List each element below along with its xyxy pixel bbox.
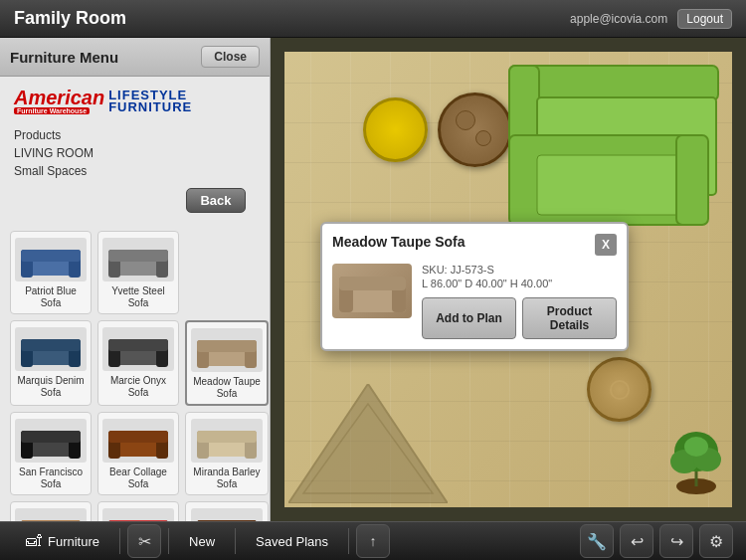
furniture-item-marquis-denim[interactable]: Marquis Denim Sofa [10, 320, 92, 406]
furniture-thumb [15, 238, 87, 281]
brand-logo: American Furniture Warehouse LIFESTYLE F… [0, 77, 270, 120]
sidebar-header: Furniture Menu Close [0, 38, 270, 77]
tools-button[interactable]: ✂ [127, 524, 161, 558]
footer-divider-3 [235, 528, 236, 554]
breadcrumb-small-spaces: Small Spaces [14, 162, 256, 180]
sidebar-title: Furniture Menu [10, 49, 118, 66]
popup-close-button[interactable]: X [595, 234, 617, 256]
svg-rect-19 [197, 340, 257, 352]
redo-button[interactable]: ↪ [659, 524, 693, 558]
undo-icon: ↩ [631, 532, 644, 551]
furniture-label: Furniture [48, 534, 99, 549]
new-button[interactable]: New [173, 529, 231, 554]
breadcrumb-products: Products [14, 126, 256, 144]
furniture-item-yvette-steel[interactable]: Yvette Steel Sofa [97, 231, 179, 314]
product-details-button[interactable]: Product Details [522, 297, 617, 339]
furniture-item-san-francisco[interactable]: San Francisco Sofa [10, 412, 92, 495]
room-canvas[interactable]: Meadow Taupe Sofa X SKU: JJ-573-S L 86.0… [271, 38, 746, 521]
popup-product-image [332, 264, 412, 318]
close-sidebar-button[interactable]: Close [201, 46, 260, 68]
saved-plans-button[interactable]: Saved Plans [240, 529, 344, 554]
svg-rect-31 [197, 431, 257, 443]
svg-rect-35 [21, 520, 81, 521]
furniture-item-marcie-onyx[interactable]: Marcie Onyx Sofa [97, 320, 179, 406]
furniture-item-bear-collage[interactable]: Bear Collage Sofa [97, 412, 179, 495]
furniture-grid: Patriot Blue Sofa Yvette Steel Sofa [0, 227, 270, 521]
wall-bottom [271, 507, 746, 521]
svg-rect-7 [108, 250, 168, 262]
svg-rect-48 [537, 155, 684, 215]
room-green-sofa [499, 56, 728, 235]
popup-content: SKU: JJ-573-S L 86.00" D 40.00" H 40.00"… [332, 264, 617, 339]
furniture-label: Bear Collage Sofa [102, 467, 174, 490]
svg-rect-43 [197, 520, 257, 521]
room-rug [288, 384, 448, 503]
furniture-label: San Francisco Sofa [15, 467, 87, 490]
popup-actions: Add to Plan Product Details [422, 297, 617, 339]
wrench-icon: 🔧 [587, 532, 607, 551]
sofa-icon [193, 330, 261, 370]
svg-rect-44 [509, 66, 718, 100]
settings-button[interactable]: ⚙ [699, 524, 733, 558]
furniture-thumb [191, 419, 263, 463]
tools2-button[interactable]: 🔧 [580, 524, 614, 558]
svg-rect-49 [676, 135, 708, 225]
popup-dimensions: L 86.00" D 40.00" H 40.00" [422, 278, 617, 289]
furniture-item-miranda-barley[interactable]: Miranda Barley Sofa [185, 412, 269, 495]
sofa-icon [193, 510, 261, 521]
tools-icon: ✂ [138, 532, 151, 551]
user-email: apple@icovia.com [570, 12, 667, 26]
add-to-plan-button[interactable]: Add to Plan [422, 297, 516, 339]
logout-button[interactable]: Logout [677, 9, 732, 29]
sofa-icon [193, 421, 261, 461]
new-label: New [189, 534, 215, 549]
gear-icon: ⚙ [709, 532, 723, 551]
furniture-item-brown-leather[interactable]: Brown All Leather Sofa [185, 501, 269, 521]
logo-furniture: FURNITURE [108, 99, 192, 114]
share-icon: ↑ [370, 533, 377, 549]
svg-marker-56 [288, 384, 448, 503]
sofa-icon [104, 240, 172, 280]
furniture-item-2tone[interactable]: 2Tone Red and Gray Sofa [97, 501, 179, 521]
breadcrumb: Products LIVING ROOM Small Spaces [0, 120, 270, 186]
footer-divider-1 [119, 528, 120, 554]
furniture-label: Marquis Denim Sofa [15, 375, 87, 399]
furniture-thumb [191, 508, 263, 521]
header-right: apple@icovia.com Logout [570, 9, 732, 29]
furniture-thumb [15, 508, 87, 521]
popup-header: Meadow Taupe Sofa X [332, 234, 617, 256]
popup-sofa-icon [335, 267, 410, 316]
room-plant [669, 432, 724, 496]
furniture-item-meadow-taupe[interactable]: Meadow Taupe Sofa [185, 320, 269, 406]
sofa-icon [17, 329, 85, 369]
furniture-thumb [102, 238, 174, 281]
furniture-item-patriot-blue[interactable]: Patriot Blue Sofa [10, 231, 92, 314]
saved-plans-label: Saved Plans [256, 534, 328, 549]
undo-button[interactable]: ↩ [620, 524, 653, 558]
furniture-label: Miranda Barley Sofa [190, 467, 264, 490]
svg-rect-23 [21, 431, 81, 443]
sofa-icon [104, 329, 172, 369]
furniture-button[interactable]: 🛋 Furniture [10, 527, 115, 555]
furniture-thumb [102, 508, 174, 521]
main-area: Furniture Menu Close American Furniture … [0, 38, 746, 521]
footer-divider-2 [168, 528, 169, 554]
svg-rect-11 [21, 339, 81, 351]
back-button[interactable]: Back [186, 188, 246, 213]
furniture-menu-sidebar: Furniture Menu Close American Furniture … [0, 38, 271, 521]
furniture-icon: 🛋 [26, 532, 42, 550]
furniture-thumb [15, 419, 87, 463]
wall-left [271, 38, 284, 521]
furniture-item-boise[interactable]: Boise Sofa [10, 501, 92, 521]
page-title: Family Room [14, 8, 126, 29]
share-button[interactable]: ↑ [356, 524, 390, 558]
app-header: Family Room apple@icovia.com Logout [0, 0, 746, 38]
svg-rect-61 [339, 277, 406, 290]
svg-rect-3 [21, 250, 81, 262]
furniture-thumb [102, 419, 174, 463]
svg-rect-27 [108, 431, 168, 443]
svg-rect-39 [108, 520, 168, 521]
furniture-thumb [15, 327, 87, 371]
sofa-icon [104, 510, 172, 521]
furniture-label: Marcie Onyx Sofa [102, 375, 174, 399]
